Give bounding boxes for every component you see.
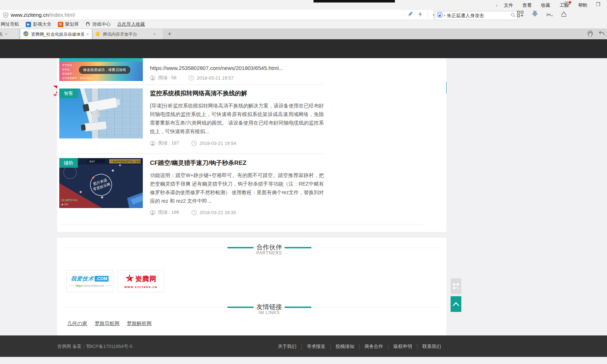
footer-about[interactable]: 关于我们 xyxy=(273,343,302,350)
tab-title: 体资讯 xyxy=(0,31,2,37)
bookmark-nav-site[interactable]: 网址导航 xyxy=(1,21,19,27)
juhuasuan-icon: 聚 xyxy=(58,22,63,27)
footer-business[interactable]: 商务合作 xyxy=(360,343,388,350)
search-magnifier-icon[interactable] xyxy=(511,12,516,19)
bookmark-juhuasuan[interactable]: 聚 聚划算 xyxy=(58,21,79,27)
article-excerpt: 功能说明：踏空W+静步键+空格即可。有的图不可踏空。踏空推荐寂静村，把把变幽灵猎… xyxy=(150,171,324,205)
browser-menubar: › 文件 查看 收藏 工具 帮助 xyxy=(496,2,587,9)
partner-star-icon xyxy=(125,274,134,284)
movies-icon: ▶ xyxy=(26,22,31,27)
bookmark-import-link[interactable]: 点此导入收藏 xyxy=(117,21,145,27)
browser-titlebar: › 文件 查看 收藏 工具 帮助 — ❐ ✕ xyxy=(0,0,607,10)
site-safety-shield-icon[interactable] xyxy=(3,12,9,18)
download-arrow-icon[interactable] xyxy=(531,11,538,19)
undo-arrow-icon[interactable] xyxy=(599,31,605,38)
qr-code-button[interactable] xyxy=(451,278,461,294)
footer-copyright-claim[interactable]: 版权申明 xyxy=(388,343,417,350)
article-meta: 阅读 : 58 2018-03-21 19:57 xyxy=(150,75,234,81)
partner-logo-ziziteng[interactable]: 资腾网 WWW.ZIZITENG.CN xyxy=(117,270,164,292)
bookmark-label: 聚划算 xyxy=(65,21,79,27)
read-count: 阅读 : 187 xyxy=(158,140,179,146)
tab-title: 资腾网_社会化娱乐自媒体资讯 xyxy=(31,31,84,37)
ziziteng-favicon xyxy=(23,31,29,37)
partner-url: Https://www.52jisw.com xyxy=(68,284,111,287)
bookmark-label: 网址导航 xyxy=(1,21,19,27)
bookmark-movies[interactable]: ▶ 影视大全 xyxy=(26,21,51,27)
window-minimize-button[interactable]: — xyxy=(579,1,587,7)
bookmark-game-center[interactable]: 游戏中心 xyxy=(85,21,111,27)
article-thumbnail[interactable]: 3/17 ! 私自中场陷成产生一次伤害. 图片来源 零度娱乐网 [B] 健变拆号… xyxy=(59,158,143,208)
apps-grid-icon[interactable] xyxy=(517,11,523,19)
article-meta: 阅读 : 186 2018-03-21 19:35 xyxy=(150,209,236,216)
menu-favorites[interactable]: 收藏 xyxy=(541,2,550,9)
publish-time: 2018-03-21 19:54 xyxy=(200,141,236,146)
publish-time: 2018-03-21 19:57 xyxy=(197,75,234,81)
new-tab-button[interactable]: + xyxy=(168,30,171,37)
section-divider xyxy=(311,248,441,248)
reader-icon xyxy=(150,75,155,81)
tab-close-icon[interactable]: × xyxy=(5,32,7,37)
qr-code-icon xyxy=(453,283,459,289)
footer-report[interactable]: 寻求报道 xyxy=(302,343,331,350)
read-count: 阅读 : 186 xyxy=(158,209,179,216)
bookmark-label: 影视大全 xyxy=(33,21,51,27)
speed-rocket-icon[interactable] xyxy=(407,11,413,19)
clock-icon xyxy=(191,210,197,215)
article-thumbnail[interactable]: 智客 xyxy=(59,89,143,138)
links-section-subtitle: IM LINKS xyxy=(234,310,305,315)
tab-close-icon[interactable]: × xyxy=(86,32,89,37)
footer-submission[interactable]: 投稿须知 xyxy=(331,343,360,350)
svg-text:[B] 健变拆号化: [B] 健变拆号化 xyxy=(61,199,78,202)
tab-bar: 体资讯 × 资腾网_社会化娱乐自媒体资讯 × 腾讯内容开放平台 × + xyxy=(0,29,607,40)
window-close-button[interactable]: ✕ xyxy=(605,1,607,7)
search-engine-chevron-icon[interactable]: ▾ xyxy=(444,14,446,17)
category-badge: 智客 xyxy=(59,89,78,98)
flash-lightning-icon[interactable] xyxy=(418,11,422,19)
clock-icon xyxy=(191,141,197,146)
titlebar-dark-artifact xyxy=(313,0,395,2)
footer-copyright: 资腾网 备案：鄂ICP备17011954号-5 xyxy=(57,343,132,350)
partners-section-subtitle: PARTNERS xyxy=(234,251,305,256)
baidu-logo-icon[interactable] xyxy=(437,12,442,19)
menu-file[interactable]: 文件 xyxy=(504,2,513,9)
address-bar[interactable]: www.ziziteng.cn/index.html xyxy=(0,10,433,20)
url-host: www.ziziteng.cn xyxy=(11,12,49,18)
url-text[interactable]: www.ziziteng.cn/index.html xyxy=(11,12,75,18)
search-box[interactable]: ▾ 朱正廷遭人身攻击 xyxy=(435,11,518,20)
tab-close-icon[interactable]: × xyxy=(153,32,156,37)
back-to-top-button[interactable] xyxy=(451,296,461,312)
menu-view[interactable]: 查看 xyxy=(522,2,532,9)
browser-toolbar-icons: ✂▾ xyxy=(517,11,567,19)
article-title[interactable]: 监控系统模拟转网络高清不换线的解 xyxy=(150,89,325,97)
article-excerpt-url[interactable]: https://www.2535802807.com/news/201803/6… xyxy=(150,65,283,71)
friend-link-mengyan-nav[interactable]: 梦颜导航网 xyxy=(95,320,120,327)
print-preview-icon[interactable] xyxy=(587,31,593,38)
url-dropdown-chevron-icon[interactable]: ▾ xyxy=(433,13,435,17)
search-input[interactable]: 朱正廷遭人身攻击 xyxy=(447,12,509,19)
clipped-toolbar-icon[interactable] xyxy=(561,11,567,19)
window-restore-button[interactable]: ❐ xyxy=(594,1,602,7)
url-path: /index.html xyxy=(49,12,75,18)
article-thumbnail[interactable]: 修改画质成功，请重启游戏 关于软件： 软件名： 软件版本： 支持最低版本：安卓4… xyxy=(59,58,143,81)
thumb-caption: 关于软件： 软件名： 软件版本： 支持最低版本：安卓4.0以上 xyxy=(62,63,93,80)
skin-theme-icon[interactable] xyxy=(563,1,571,9)
friend-link-mengyan-parse[interactable]: 梦颜解析网 xyxy=(127,320,152,327)
screenshot-scissors-icon[interactable]: ✂▾ xyxy=(546,11,553,18)
article-divider xyxy=(59,85,324,85)
tab-partial[interactable]: 体资讯 × xyxy=(0,29,19,40)
partner-logo-52jisw[interactable]: 我爱技术 .COM Https://www.52jisw.com xyxy=(66,270,113,292)
penguin-icon xyxy=(85,21,90,27)
footer-contact[interactable]: 联系我们 xyxy=(417,343,441,350)
partner-name: 资腾网 xyxy=(135,274,157,284)
article-title[interactable]: CF踏空/幽灵猎手速刀/钩子秒杀REZ xyxy=(150,159,325,167)
svg-text:◆ 100: ◆ 100 xyxy=(61,203,68,206)
tab-tencent-platform[interactable]: 腾讯内容开放平台 × xyxy=(92,29,164,40)
partner-domain: WWW.ZIZITENG.CN xyxy=(124,285,157,289)
list-bottom-divider xyxy=(61,224,423,224)
tab-active-ziziteng[interactable]: 资腾网_社会化娱乐自媒体资讯 × xyxy=(20,29,92,40)
tab-title: 腾讯内容开放平台 xyxy=(103,31,137,37)
section-divider xyxy=(311,307,441,308)
friend-link-jihe[interactable]: 几何の家 xyxy=(67,320,87,327)
menu-overflow-chevron-icon[interactable]: › xyxy=(496,2,497,8)
site-header: 资腾网 WWW.ZIZITENG.CN 首页 看点 技术 感悟 智客 快报 自媒… xyxy=(0,39,607,58)
